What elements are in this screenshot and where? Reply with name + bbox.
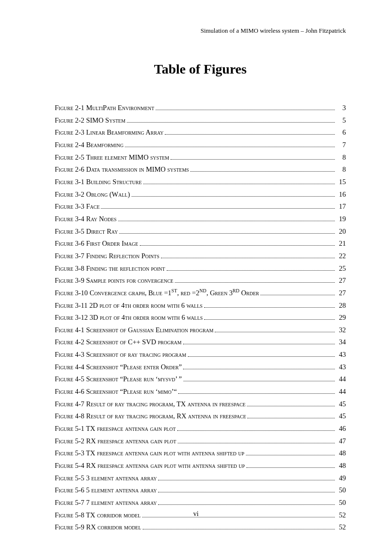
tof-prefix: Figure <box>55 190 75 198</box>
tof-leader <box>143 179 335 184</box>
tof-page-number: 48 <box>336 460 346 472</box>
tof-number: 4-3 <box>75 351 86 358</box>
tof-caption: Building Structure <box>86 178 142 186</box>
tof-row: Figure 3-1 Building Structure15 <box>55 176 346 188</box>
tof-row: Figure 4-7 Result of ray tracing program… <box>55 398 346 411</box>
tof-prefix: Figure <box>55 449 75 457</box>
tof-prefix: Figure <box>55 264 75 272</box>
tof-caption: MultiPath Environment <box>86 104 154 112</box>
tof-entry-label: Figure 3-12 3D plot of 4th order room wi… <box>55 312 203 324</box>
tof-caption: Data transmission in MIMO systems <box>86 165 189 173</box>
tof-entry-label: Figure 5-4 RX freespace antenna gain plo… <box>55 460 245 472</box>
tof-row: Figure 5-9 RX corridor model52 <box>55 521 346 534</box>
tof-leader <box>167 266 335 271</box>
tof-caption: Screenshot “Please enter Order” <box>86 363 182 371</box>
table-of-figures: Figure 2-1 MultiPath Environment3Figure … <box>55 102 346 534</box>
tof-row: Figure 3-2 Oblong (Wall)16 <box>55 188 346 201</box>
tof-row: Figure 3-6 First Order Image21 <box>55 238 346 250</box>
tof-prefix: Figure <box>55 351 75 358</box>
tof-page-number: 3 <box>336 102 346 114</box>
tof-leader <box>140 241 335 246</box>
tof-row: Figure 2-2 SIMO System5 <box>55 114 346 127</box>
tof-entry-label: Figure 4-7 Result of ray tracing program… <box>55 398 245 411</box>
tof-entry-label: Figure 4-8 Result of ray tracing program… <box>55 410 246 423</box>
tof-entry-label: Figure 3-1 Building Structure <box>55 176 142 188</box>
tof-leader <box>178 439 335 443</box>
tof-leader <box>132 192 335 197</box>
tof-entry-label: Figure 2-5 Three element MIMO system <box>55 151 169 164</box>
tof-entry-label: Figure 4-6 Screenshot “Please run ‘mimo’… <box>55 386 177 398</box>
tof-caption: First Order Image <box>86 239 138 247</box>
tof-number: 3-12 3D <box>75 314 100 321</box>
tof-prefix: Figure <box>55 289 75 297</box>
tof-number: 3-3 <box>75 202 86 210</box>
tof-prefix: Figure <box>55 141 75 149</box>
tof-number: 4-5 <box>75 375 86 383</box>
tof-caption: Screenshot of ray tracing program <box>86 351 186 358</box>
tof-entry-label: Figure 3-3 Face <box>55 201 99 213</box>
tof-caption: element antenna array <box>91 499 157 506</box>
tof-number: 5-2 RX <box>75 437 98 445</box>
tof-caption: element antenna array <box>91 486 157 494</box>
tof-caption: Convergence graph, Blue =1ST, red =2ND, … <box>89 289 259 297</box>
tof-leader <box>156 105 335 110</box>
tof-leader <box>127 118 335 123</box>
tof-leader <box>119 229 335 234</box>
tof-number: 5-6 5 <box>75 486 91 494</box>
tof-prefix: Figure <box>55 388 75 395</box>
page: Simulation of a MIMO wireless system – J… <box>0 0 392 540</box>
tof-page-number: 34 <box>336 336 346 349</box>
tof-leader <box>184 377 335 382</box>
tof-entry-label: Figure 2-3 Linear Beamforming Array <box>55 126 163 139</box>
tof-row: Figure 4-3 Screenshot of ray tracing pro… <box>55 349 346 361</box>
tof-leader <box>165 130 335 135</box>
tof-number: 3-4 <box>75 215 86 223</box>
tof-caption: Three element MIMO system <box>86 153 169 161</box>
tof-page-number: 20 <box>336 226 346 238</box>
tof-leader <box>175 278 335 283</box>
tof-number: 3-10 <box>75 289 89 297</box>
tof-prefix: Figure <box>55 239 75 247</box>
tof-row: Figure 3-4 Ray Nodes19 <box>55 213 346 226</box>
tof-number: 4-4 <box>75 363 86 371</box>
tof-caption: System <box>105 116 125 124</box>
page-number: vi <box>0 510 392 518</box>
tof-entry-label: Figure 4-4 Screenshot “Please enter Orde… <box>55 361 182 374</box>
tof-caption: plot of 4th order room with 6 walls <box>99 301 202 309</box>
tof-entry-label: Figure 4-2 Screenshot of C++ SVD program <box>55 336 182 349</box>
tof-row: Figure 2-4 Beamforming7 <box>55 139 346 151</box>
tof-prefix: Figure <box>55 338 75 346</box>
tof-leader <box>158 488 335 493</box>
tof-prefix: Figure <box>55 215 75 223</box>
tof-caption: corridor model <box>98 523 141 531</box>
tof-page-number: 6 <box>336 126 346 139</box>
tof-caption: Finding Reflection Points <box>86 252 159 260</box>
tof-prefix: Figure <box>55 486 75 494</box>
tof-entry-label: Figure 4-1 Screenshot of Gaussian Elimin… <box>55 324 213 337</box>
tof-prefix: Figure <box>55 153 75 161</box>
tof-row: Figure 5-6 5 element antenna array50 <box>55 484 346 497</box>
tof-leader <box>247 402 335 406</box>
tof-caption: Screenshot of Gaussian Elimination progr… <box>86 326 213 334</box>
tof-page-number: 16 <box>336 188 346 201</box>
tof-number: 3-8 <box>75 264 86 272</box>
tof-caption: Screenshot “Please run ‘mimo’“ <box>86 388 177 395</box>
tof-row: Figure 5-1 TX freespace antenna gain plo… <box>55 423 346 435</box>
tof-entry-label: Figure 3-8 Finding the reflection point <box>55 263 165 275</box>
tof-page-number: 28 <box>336 300 346 312</box>
tof-page-number: 46 <box>336 423 346 435</box>
tof-page-number: 8 <box>336 151 346 164</box>
tof-row: Figure 4-6 Screenshot “Please run ‘mimo’… <box>55 386 346 398</box>
tof-page-number: 32 <box>336 324 346 337</box>
tof-prefix: Figure <box>55 326 75 334</box>
tof-leader <box>204 303 335 308</box>
tof-row: Figure 3-12 3D plot of 4th order room wi… <box>55 312 346 324</box>
page-title: Table of Figures <box>55 62 346 77</box>
tof-leader <box>188 352 335 357</box>
tof-row: Figure 2-6 Data transmission in MIMO sys… <box>55 163 346 176</box>
tof-entry-label: Figure 4-3 Screenshot of ray tracing pro… <box>55 349 186 361</box>
tof-leader <box>246 451 335 456</box>
tof-leader <box>190 167 335 172</box>
tof-leader <box>161 253 335 258</box>
tof-prefix: Figure <box>55 437 75 445</box>
